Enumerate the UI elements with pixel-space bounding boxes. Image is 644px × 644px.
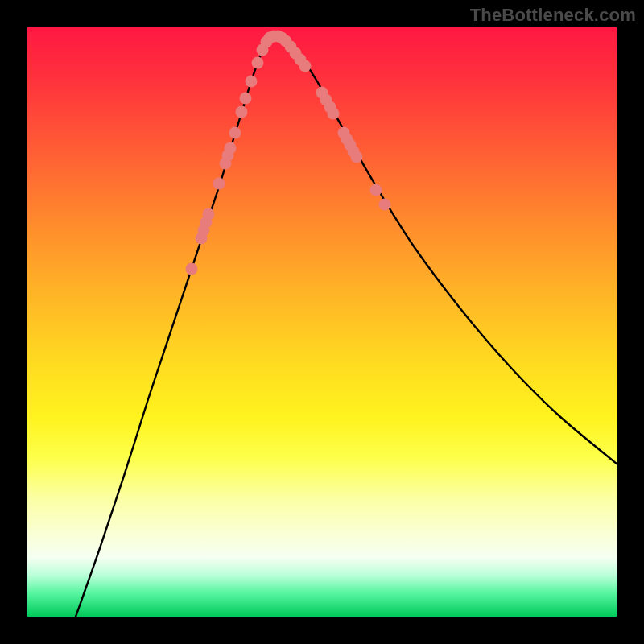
watermark-text: TheBottleneck.com bbox=[470, 5, 636, 26]
highlight-dot bbox=[229, 127, 242, 139]
highlight-dot bbox=[225, 142, 237, 155]
outer-frame: TheBottleneck.com bbox=[0, 0, 644, 644]
highlight-dot bbox=[370, 184, 382, 196]
highlight-dot bbox=[236, 106, 248, 118]
highlight-dot bbox=[186, 263, 198, 275]
bottleneck-curve bbox=[76, 36, 617, 617]
highlight-dot bbox=[252, 57, 264, 69]
highlight-dot bbox=[351, 151, 363, 163]
highlight-dot bbox=[246, 76, 258, 88]
highlight-dots-group bbox=[186, 31, 391, 275]
chart-svg bbox=[27, 27, 617, 617]
highlight-dot bbox=[240, 93, 252, 105]
plot-area bbox=[27, 27, 617, 617]
highlight-dot bbox=[213, 178, 225, 190]
highlight-dot bbox=[379, 199, 391, 211]
highlight-dot bbox=[299, 60, 312, 72]
highlight-dot bbox=[203, 208, 215, 221]
highlight-dot bbox=[328, 108, 340, 120]
